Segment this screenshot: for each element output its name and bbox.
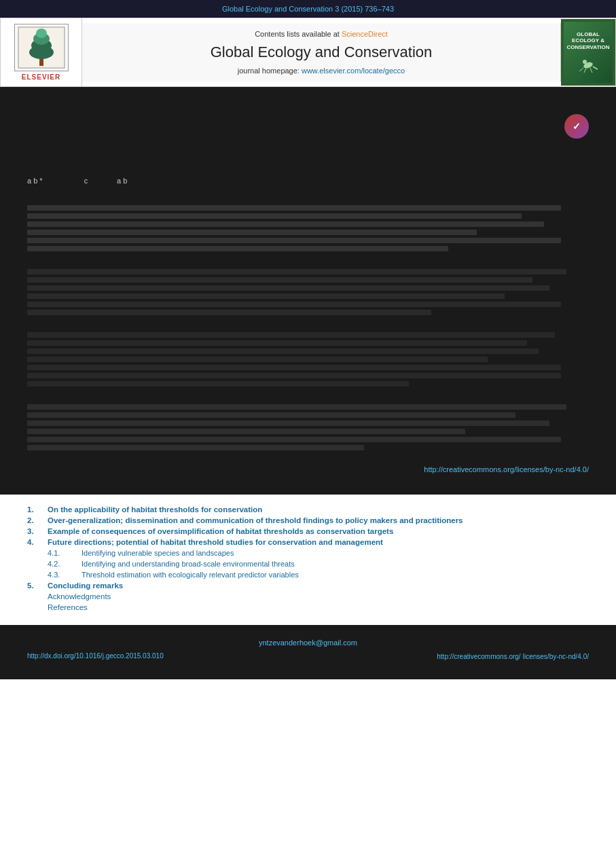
toc-text-4[interactable]: Future directions; potential of habitat … [48, 538, 589, 546]
cc-license-link-area: http://creativecommons.org/licenses/by-n… [27, 460, 589, 479]
main-content-area: ✓ a b * c a b [0, 87, 616, 495]
toc-item-2: 2. Over-generalization; dissemination an… [27, 516, 589, 524]
toc-subitem-43: 4.3. Threshold estimation with ecologica… [27, 571, 589, 579]
svg-line-9 [593, 67, 598, 69]
toc-sub-text-43[interactable]: Threshold estimation with ecologically r… [81, 571, 589, 579]
table-of-contents: 1. On the applicability of habitat thres… [0, 495, 616, 625]
toc-text-2[interactable]: Over-generalization; dissemination and c… [48, 516, 589, 524]
footer-area: yntzevanderhoek@gmail.com http://dx.doi.… [0, 625, 616, 679]
crossmark-icon: ✓ [573, 121, 581, 132]
article-body [27, 196, 589, 460]
elsevier-logo-block: ELSEVIER [1, 18, 82, 86]
toc-num-3: 3. [27, 527, 48, 535]
toc-acknowledgments[interactable]: Acknowledgments [27, 592, 589, 601]
author-2-superscript: c [84, 177, 88, 185]
elsevier-tree-logo [14, 24, 69, 71]
authors-line: a b * c a b [27, 177, 589, 185]
cover-title-line2: ECOLOGY & [572, 37, 604, 44]
svg-point-8 [583, 60, 587, 64]
toc-item-1: 1. On the applicability of habitat thres… [27, 505, 589, 514]
footer-cc-links: http://creativecommons.org/ licenses/by-… [437, 652, 589, 660]
cc-footer-link-1[interactable]: http://creativecommons.org/ [437, 653, 520, 660]
crossmark-badge[interactable]: ✓ [564, 114, 589, 139]
toc-sub-num-42: 4.2. [48, 560, 81, 568]
elsevier-brand-text: ELSEVIER [22, 73, 60, 81]
footer-email-line: yntzevanderhoek@gmail.com [27, 639, 589, 647]
article-title-area: ✓ a b * c a b [27, 101, 589, 196]
svg-line-11 [584, 68, 586, 73]
cc-footer-link-2[interactable]: licenses/by-nc-nd/4.0/ [523, 653, 589, 660]
svg-line-10 [579, 68, 583, 71]
toc-item-3: 3. Example of consequences of oversimpli… [27, 527, 589, 535]
toc-sub-text-42[interactable]: Identifying and understanding broad-scal… [81, 560, 589, 568]
toc-num-1: 1. [27, 505, 48, 514]
toc-item-4: 4. Future directions; potential of habit… [27, 538, 589, 546]
author-3-superscript: a b [117, 177, 127, 185]
toc-sub-num-41: 4.1. [48, 549, 81, 557]
toc-text-5[interactable]: Concluding remarks [48, 581, 589, 590]
cover-title-line1: GLOBAL [577, 31, 600, 38]
homepage-url[interactable]: www.elsevier.com/locate/gecco [302, 67, 405, 75]
author-email-link[interactable]: yntzevanderhoek@gmail.com [259, 639, 357, 647]
cc-license-link[interactable]: http://creativecommons.org/licenses/by-n… [424, 465, 589, 473]
toc-item-5: 5. Concluding remarks [27, 581, 589, 590]
toc-references[interactable]: References [27, 603, 589, 611]
toc-subitem-42: 4.2. Identifying and understanding broad… [27, 560, 589, 568]
toc-text-3[interactable]: Example of consequences of oversimplific… [48, 527, 589, 535]
journal-header: ELSEVIER Contents lists available at Sci… [0, 18, 616, 87]
toc-num-5: 5. [27, 581, 48, 590]
contents-text: Contents lists available at [255, 30, 342, 38]
citation-link[interactable]: Global Ecology and Conservation 3 (2015)… [222, 5, 394, 13]
journal-title-block: Contents lists available at ScienceDirec… [82, 23, 561, 82]
toc-num-4: 4. [27, 538, 48, 546]
svg-point-5 [36, 29, 47, 38]
homepage-label: journal homepage: [238, 67, 302, 75]
toc-text-1[interactable]: On the applicability of habitat threshol… [48, 505, 589, 514]
toc-subitem-41: 4.1. Identifying vulnerable species and … [27, 549, 589, 557]
author-1-superscript: a b * [27, 177, 43, 185]
toc-sub-num-43: 4.3. [48, 571, 81, 579]
journal-cover-image: GLOBAL ECOLOGY & CONSERVATION [561, 19, 615, 86]
doi-link[interactable]: http://dx.doi.org/10.1016/j.gecco.2015.0… [27, 652, 164, 660]
journal-title: Global Ecology and Conservation [96, 43, 547, 61]
svg-line-12 [590, 68, 592, 73]
footer-links-row: http://dx.doi.org/10.1016/j.gecco.2015.0… [27, 652, 589, 660]
contents-available-line: Contents lists available at ScienceDirec… [96, 30, 547, 38]
cover-title-line3: CONSERVATION [566, 44, 609, 51]
toc-num-2: 2. [27, 516, 48, 524]
sciencedirect-link[interactable]: ScienceDirect [342, 30, 388, 38]
toc-sub-text-41[interactable]: Identifying vulnerable species and lands… [81, 549, 589, 557]
top-citation-bar: Global Ecology and Conservation 3 (2015)… [0, 0, 616, 18]
cover-inner: GLOBAL ECOLOGY & CONSERVATION [564, 22, 613, 83]
journal-homepage-line: journal homepage: www.elsevier.com/locat… [96, 67, 547, 75]
